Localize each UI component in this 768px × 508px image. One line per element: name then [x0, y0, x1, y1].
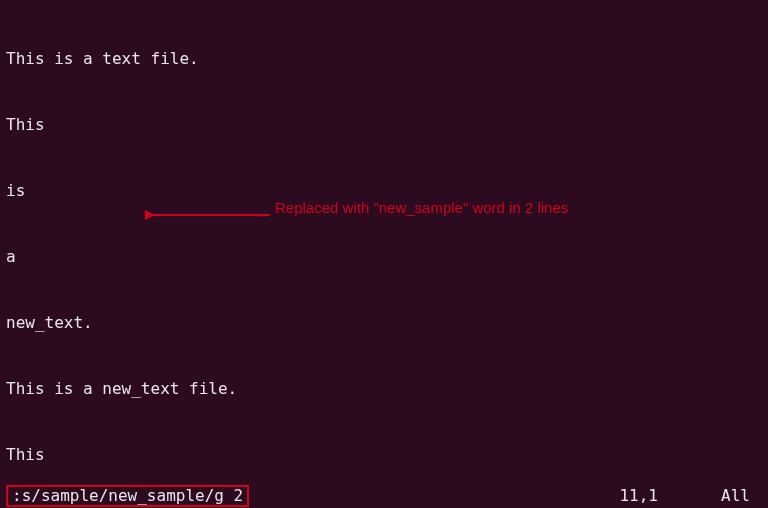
text-line: This [6, 444, 762, 466]
text-line: a [6, 246, 762, 268]
text-line: This [6, 114, 762, 136]
ex-command[interactable]: :s/sample/new_sample/g 2 [12, 485, 243, 507]
editor-buffer[interactable]: This is a text file. This is a new_text.… [0, 0, 768, 508]
text-line: This is a new_text file. [6, 378, 762, 400]
text-line: new_text. [6, 312, 762, 334]
scroll-indicator: All [721, 485, 750, 507]
text-line: is [6, 180, 762, 202]
command-line-highlight: :s/sample/new_sample/g 2 [6, 485, 249, 507]
cursor-position: 11,1 [619, 485, 658, 507]
text-line: This is a text file. [6, 48, 762, 70]
status-bar: :s/sample/new_sample/g 2 11,1 All [0, 484, 768, 508]
